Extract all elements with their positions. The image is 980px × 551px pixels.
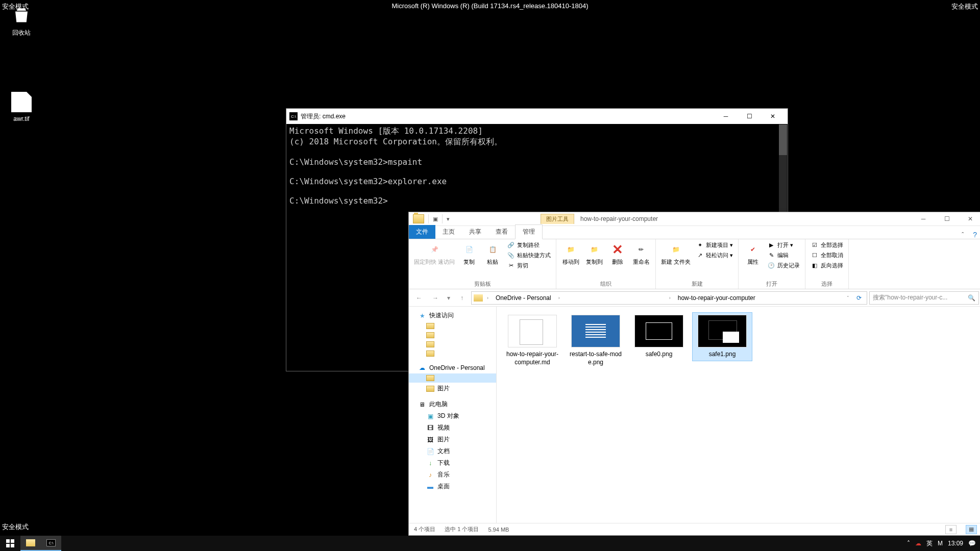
- help-icon[interactable]: ?: [968, 231, 980, 239]
- status-selected: 选中 1 个项目: [445, 525, 479, 533]
- moveto-button[interactable]: 📁移动到: [560, 240, 581, 266]
- tab-file[interactable]: 文件: [409, 225, 435, 239]
- taskbar-clock[interactable]: 13:09: [948, 540, 963, 547]
- qat-folder-icon[interactable]: [413, 214, 424, 223]
- delete-button[interactable]: ✕删除: [607, 240, 628, 266]
- nav-quick-folder[interactable]: [409, 331, 496, 340]
- newitem-button[interactable]: ✦新建项目 ▾: [695, 240, 734, 249]
- selectall-button[interactable]: ☑全部选择: [810, 240, 844, 249]
- breadcrumb-chevron[interactable]: ›: [555, 295, 563, 300]
- svg-rect-2: [6, 544, 10, 547]
- ribbon-tabs: 文件 主页 共享 查看 管理 ˆ ?: [409, 226, 980, 239]
- selectinvert-button[interactable]: ◧反向选择: [810, 261, 844, 270]
- nav-downloads[interactable]: ↓下载: [409, 457, 496, 469]
- properties-button[interactable]: ✔属性: [743, 240, 763, 266]
- pin-button: 📌固定到快 速访问: [413, 240, 456, 266]
- explorer-titlebar[interactable]: ▣ ▾ 图片工具 how-to-repair-your-computer ─ ☐…: [409, 212, 980, 226]
- nav-videos[interactable]: 🎞视频: [409, 422, 496, 434]
- nav-desktop[interactable]: ▬桌面: [409, 481, 496, 492]
- tray-onedrive-icon[interactable]: ☁: [915, 540, 921, 547]
- nav-up[interactable]: ↑: [455, 291, 469, 305]
- explorer-minimize[interactable]: ─: [912, 212, 935, 226]
- ribbon-collapse[interactable]: ˆ: [958, 232, 968, 239]
- cmd-minimize[interactable]: ─: [714, 109, 738, 124]
- tray-overflow[interactable]: ˄: [907, 540, 910, 547]
- nav-quick-folder[interactable]: [409, 340, 496, 349]
- cmd-titlebar[interactable]: C:\ 管理员: cmd.exe ─ ☐ ✕: [286, 109, 788, 124]
- start-button[interactable]: [0, 536, 20, 551]
- explorer-maximize[interactable]: ☐: [935, 212, 959, 226]
- nav-pictures[interactable]: 🖼图片: [409, 434, 496, 445]
- file-label: awr.tif: [3, 115, 40, 122]
- tray-notifications-icon[interactable]: 💬: [968, 540, 976, 547]
- file-item-safe0[interactable]: safe0.png: [629, 313, 689, 361]
- cmd-maximize[interactable]: ☐: [738, 109, 761, 124]
- desktop-file-awr[interactable]: awr.tif: [3, 92, 40, 122]
- nav-forward[interactable]: →: [428, 291, 443, 305]
- tab-home[interactable]: 主页: [435, 225, 462, 239]
- context-tab-picture[interactable]: 图片工具: [541, 214, 574, 224]
- selectnone-button[interactable]: ☐全部取消: [810, 251, 844, 260]
- edit-button[interactable]: ✎编辑: [766, 251, 801, 260]
- recycle-bin[interactable]: 回收站: [3, 5, 40, 37]
- nav-this-pc[interactable]: 🖥此电脑: [409, 398, 496, 410]
- rename-button[interactable]: ✏重命名: [631, 240, 651, 266]
- breadcrumb-chevron[interactable]: ›: [484, 295, 492, 300]
- file-icon: [11, 92, 32, 112]
- taskbar[interactable]: C:\ ˄ ☁ 英 M 13:09 💬: [0, 536, 980, 551]
- tab-view[interactable]: 查看: [488, 225, 515, 239]
- nav-onedrive-pictures[interactable]: 图片: [409, 383, 496, 394]
- cmd-title-text: 管理员: cmd.exe: [301, 112, 346, 121]
- nav-quick-folder[interactable]: [409, 321, 496, 331]
- newfolder-button[interactable]: 📁新建 文件夹: [660, 240, 692, 266]
- nav-documents[interactable]: 📄文档: [409, 445, 496, 457]
- nav-quick-folder[interactable]: [409, 349, 496, 358]
- nav-pane[interactable]: ★快速访问 ☁OneDrive - Personal 图片 🖥此电脑 ▣3D 对…: [409, 307, 497, 523]
- copyto-button[interactable]: 📁复制到: [584, 240, 604, 266]
- file-item-safe1[interactable]: safe1.png: [693, 313, 752, 361]
- copy-button[interactable]: 📄复制: [459, 240, 479, 266]
- paste-shortcut-button[interactable]: 📎粘贴快捷方式: [506, 251, 552, 260]
- address-bar[interactable]: › OneDrive - Personal › › how-to-repair-…: [471, 291, 867, 305]
- open-button[interactable]: ▶打开 ▾: [766, 240, 801, 249]
- refresh-button[interactable]: ⟳: [853, 294, 865, 302]
- history-button[interactable]: 🕑历史记录: [766, 261, 801, 270]
- nav-back[interactable]: ←: [412, 291, 426, 305]
- tab-manage[interactable]: 管理: [515, 224, 543, 239]
- view-details[interactable]: ≡: [945, 525, 957, 534]
- group-open: 打开: [743, 279, 801, 289]
- qat-properties[interactable]: ▣: [433, 216, 438, 222]
- cmd-close[interactable]: ✕: [761, 109, 785, 124]
- paste-button[interactable]: 📋粘贴: [482, 240, 503, 266]
- view-large-icons[interactable]: ▦: [966, 525, 977, 534]
- file-item-md[interactable]: how-to-repair-your-computer.md: [503, 313, 562, 368]
- easyaccess-button[interactable]: ↗轻松访问 ▾: [695, 251, 734, 260]
- address-bar-row: ← → ▾ ↑ › OneDrive - Personal › › how-to…: [409, 289, 980, 307]
- addr-dropdown[interactable]: ˅: [844, 295, 852, 300]
- breadcrumb-chevron[interactable]: ›: [666, 295, 674, 300]
- nav-3d-objects[interactable]: ▣3D 对象: [409, 410, 496, 422]
- taskbar-explorer[interactable]: [20, 536, 41, 551]
- breadcrumb-onedrive[interactable]: OneDrive - Personal: [493, 294, 554, 302]
- tray-ime-mode[interactable]: M: [938, 540, 943, 547]
- cut-button[interactable]: ✂剪切: [506, 261, 552, 270]
- breadcrumb-folder[interactable]: how-to-repair-your-computer: [675, 294, 758, 302]
- nav-onedrive-folder-selected[interactable]: [409, 373, 496, 383]
- tray-ime-lang[interactable]: 英: [926, 539, 933, 548]
- nav-quick-access[interactable]: ★快速访问: [409, 310, 496, 321]
- safemode-tr: 安全模式: [951, 2, 978, 11]
- nav-history[interactable]: ▾: [445, 291, 453, 305]
- search-icon: 🔍: [968, 294, 975, 302]
- addr-folder-icon: [474, 294, 483, 302]
- tab-share[interactable]: 共享: [462, 225, 488, 239]
- search-placeholder: 搜索"how-to-repair-your-c...: [873, 293, 947, 302]
- copypath-button[interactable]: 🔗复制路径: [506, 240, 552, 249]
- taskbar-cmd[interactable]: C:\: [41, 536, 61, 551]
- search-input[interactable]: 搜索"how-to-repair-your-c... 🔍: [869, 291, 979, 305]
- explorer-close[interactable]: ✕: [959, 212, 980, 226]
- nav-onedrive[interactable]: ☁OneDrive - Personal: [409, 362, 496, 373]
- file-content-area[interactable]: how-to-repair-your-computer.md restart-t…: [497, 307, 980, 523]
- nav-music[interactable]: ♪音乐: [409, 469, 496, 481]
- qat-customize[interactable]: ▾: [447, 216, 450, 222]
- file-item-restart[interactable]: restart-to-safe-mode.png: [566, 313, 625, 368]
